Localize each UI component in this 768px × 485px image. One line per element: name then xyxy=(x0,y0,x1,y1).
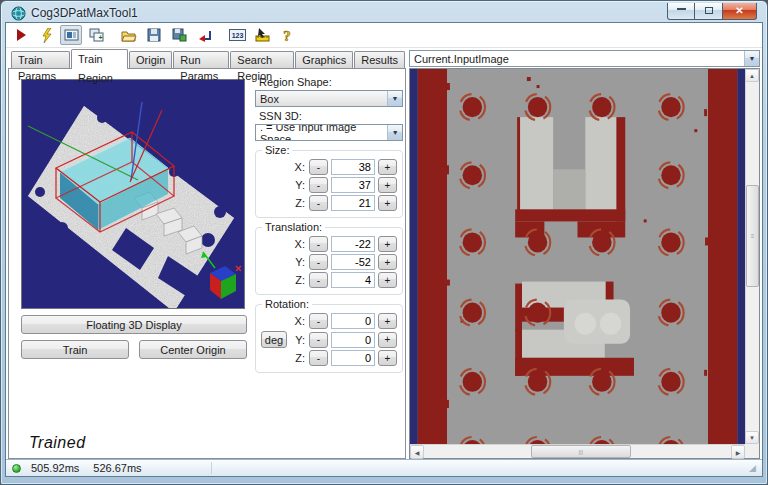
trained-status-text: Trained xyxy=(29,434,86,452)
tab-graphics[interactable]: Graphics xyxy=(295,51,353,68)
status-separator xyxy=(211,462,212,474)
maximize-icon xyxy=(705,7,713,14)
thumb-grip: ≡ xyxy=(747,186,758,285)
measure-icon[interactable] xyxy=(251,25,273,45)
rotation-x-field[interactable] xyxy=(331,313,375,329)
translation-x-row: X: - + xyxy=(261,236,397,252)
rotation-x-row: X: - + xyxy=(261,313,397,329)
reset-icon[interactable] xyxy=(193,25,215,45)
size-z-increment-button[interactable]: + xyxy=(378,195,397,211)
size-y-increment-button[interactable]: + xyxy=(378,177,397,193)
size-y-decrement-button[interactable]: - xyxy=(309,177,328,193)
help-icon[interactable]: ? xyxy=(276,25,298,45)
toolbar: + 123 ? xyxy=(6,23,762,48)
vertical-scrollbar[interactable]: ▲ ≡ ▼ xyxy=(745,69,759,444)
input-image-view[interactable] xyxy=(410,69,745,444)
floating-3d-display-button[interactable]: Floating 3D Display xyxy=(21,315,247,334)
rotation-y-decrement-button[interactable]: - xyxy=(309,332,328,348)
floating-window-icon[interactable]: + xyxy=(85,25,107,45)
resize-grip[interactable]: ◢ xyxy=(749,463,756,473)
size-group-title: Size: xyxy=(262,144,292,156)
image-selector-combobox[interactable]: Current.InputImage ▼ xyxy=(409,50,760,67)
size-y-row: Y: - + xyxy=(261,177,397,193)
minimize-button[interactable] xyxy=(667,3,695,20)
rotation-z-decrement-button[interactable]: - xyxy=(309,350,328,366)
size-y-label: Y: xyxy=(289,179,305,191)
ssn3d-label: SSN 3D: xyxy=(259,110,403,122)
rotation-group-title: Rotation: xyxy=(262,298,312,310)
client-area: + 123 ? xyxy=(5,22,763,477)
rotation-y-increment-button[interactable]: + xyxy=(378,332,397,348)
tab-train-region[interactable]: Train Region xyxy=(71,49,128,69)
translation-z-increment-button[interactable]: + xyxy=(378,272,397,288)
size-z-decrement-button[interactable]: - xyxy=(309,195,328,211)
minimize-icon xyxy=(677,7,686,10)
close-icon: ✕ xyxy=(735,5,743,16)
status-time-2: 526.67ms xyxy=(93,462,141,474)
translation-x-field[interactable] xyxy=(331,236,375,252)
trigger-icon[interactable] xyxy=(35,25,57,45)
translation-y-increment-button[interactable]: + xyxy=(378,254,397,270)
close-button[interactable]: ✕ xyxy=(723,3,757,20)
size-x-field[interactable] xyxy=(331,159,375,175)
region-shape-label: Region Shape: xyxy=(259,76,403,88)
vertical-scroll-thumb[interactable]: ≡ xyxy=(746,185,759,286)
translation-z-field[interactable] xyxy=(331,272,375,288)
rotation-z-row: Z: - + xyxy=(261,350,397,366)
size-x-decrement-button[interactable]: - xyxy=(309,159,328,175)
status-bar: 505.92ms 526.67ms ◢ xyxy=(6,459,762,476)
numeric-display-icon[interactable]: 123 xyxy=(226,25,248,45)
translation-x-increment-button[interactable]: + xyxy=(378,236,397,252)
ssn3d-value: . = Use Input Image Space xyxy=(260,124,387,141)
translation-z-decrement-button[interactable]: - xyxy=(309,272,328,288)
rotation-x-increment-button[interactable]: + xyxy=(378,313,397,329)
translation-y-field[interactable] xyxy=(331,254,375,270)
scroll-down-icon[interactable]: ▼ xyxy=(745,431,759,444)
tab-origin[interactable]: Origin xyxy=(129,51,172,68)
tab-search-region[interactable]: Search Region xyxy=(230,51,294,68)
train-button[interactable]: Train xyxy=(21,340,129,359)
save-image-icon[interactable] xyxy=(168,25,190,45)
maximize-button[interactable] xyxy=(695,3,723,20)
rotation-x-decrement-button[interactable]: - xyxy=(309,313,328,329)
svg-text:?: ? xyxy=(283,28,291,43)
translation-y-decrement-button[interactable]: - xyxy=(309,254,328,270)
rotation-y-field[interactable] xyxy=(331,332,375,348)
image-display-toggle-icon[interactable] xyxy=(60,25,82,45)
scroll-right-icon[interactable]: ▶ xyxy=(731,445,745,459)
region-shape-combobox[interactable]: Box ▼ xyxy=(255,90,403,107)
translation-x-decrement-button[interactable]: - xyxy=(309,236,328,252)
train-region-panel: Floating 3D Display Train Center Origin … xyxy=(8,68,406,459)
translation-group: Translation: X: - + Y: - xyxy=(255,227,403,295)
open-file-icon[interactable] xyxy=(118,25,140,45)
save-file-icon[interactable] xyxy=(143,25,165,45)
size-y-field[interactable] xyxy=(331,177,375,193)
rotation-z-increment-button[interactable]: + xyxy=(378,350,397,366)
run-icon[interactable] xyxy=(10,25,32,45)
translation-z-row: Z: - + xyxy=(261,272,397,288)
3d-viewport[interactable] xyxy=(21,79,245,309)
size-z-field[interactable] xyxy=(331,195,375,211)
tab-results[interactable]: Results xyxy=(354,51,405,68)
horizontal-scrollbar[interactable]: ◀ ||| ▶ xyxy=(410,444,745,458)
rotation-z-field[interactable] xyxy=(331,350,375,366)
horizontal-scroll-thumb[interactable]: ||| xyxy=(531,445,632,458)
scroll-left-icon[interactable]: ◀ xyxy=(410,445,424,459)
region-shape-value: Box xyxy=(260,93,279,105)
title-bar[interactable]: Cog3DPatMaxTool1 ✕ xyxy=(5,1,763,22)
chevron-down-icon: ▼ xyxy=(387,125,402,140)
rotation-y-row: deg Y: - + xyxy=(261,331,397,348)
thumb-grip: ||| xyxy=(532,446,631,457)
center-origin-button[interactable]: Center Origin xyxy=(139,340,247,359)
size-x-increment-button[interactable]: + xyxy=(378,159,397,175)
ssn3d-combobox[interactable]: . = Use Input Image Space ▼ xyxy=(255,124,403,141)
image-selector-value: Current.InputImage xyxy=(414,53,509,65)
translation-y-row: Y: - + xyxy=(261,254,397,270)
tab-run-params[interactable]: Run Params xyxy=(173,51,229,68)
size-x-label: X: xyxy=(289,161,305,173)
window-controls: ✕ xyxy=(667,3,757,20)
app-window: Cog3DPatMaxTool1 ✕ + xyxy=(0,0,768,485)
scroll-up-icon[interactable]: ▲ xyxy=(745,69,759,82)
deg-button[interactable]: deg xyxy=(261,331,287,348)
tab-train-params[interactable]: Train Params xyxy=(11,51,70,68)
